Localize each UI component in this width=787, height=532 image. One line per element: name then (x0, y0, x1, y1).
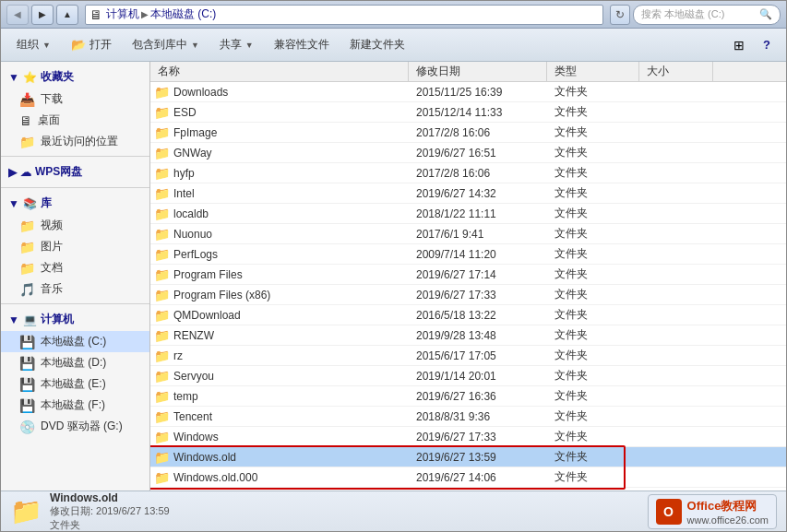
table-row[interactable]: 📁 rz 2015/6/17 17:05 文件夹 (150, 346, 786, 366)
table-row[interactable]: 📁 GNWay 2019/6/27 16:51 文件夹 (150, 143, 786, 163)
table-row[interactable]: 📁 Program Files (x86) 2019/6/27 17:33 文件… (150, 285, 786, 305)
forward-button[interactable]: ▶ (31, 5, 54, 25)
file-date-cell: 2019/9/28 13:48 (409, 329, 547, 342)
table-row[interactable]: 📁 Windows.old.000 2019/6/27 14:06 文件夹 (150, 467, 786, 488)
view-toggle-button[interactable]: ⊞ (727, 33, 751, 57)
sidebar-divider-1 (1, 156, 149, 157)
sidebar-item-drive-c[interactable]: 💾 本地磁盘 (C:) (1, 331, 149, 352)
file-name-cell: 📁 Windows (150, 430, 409, 444)
drive-icon-d: 💾 (19, 356, 35, 371)
music-label: 音乐 (41, 281, 63, 297)
col-header-type[interactable]: 类型 (547, 62, 639, 81)
folder-icon-sm: 📁 (154, 349, 170, 363)
sidebar-divider-2 (1, 187, 149, 188)
address-bar[interactable]: 🖥 计算机 ▶ 本地磁盘 (C:) (85, 5, 603, 25)
file-name: RENZW (173, 329, 214, 342)
file-area: 名称 修改日期 类型 大小 📁 Downloads 2015/11/25 16:… (150, 62, 786, 491)
file-date-cell: 2019/6/27 17:33 (409, 431, 547, 443)
table-row[interactable]: 📁 localdb 2018/1/22 11:11 文件夹 (150, 204, 786, 224)
include-library-label: 包含到库中 (132, 37, 187, 53)
organize-button[interactable]: 组织 ▼ (8, 32, 59, 58)
table-row[interactable]: 📁 Nuonuo 2017/6/1 9:41 文件夹 (150, 224, 786, 244)
search-icon: 🔍 (759, 8, 772, 20)
file-name-cell: 📁 RENZW (150, 328, 409, 343)
sidebar-wps-header[interactable]: ▶ ☁ WPS网盘 (1, 160, 149, 183)
search-placeholder: 搜索 本地磁盘 (C:) (641, 7, 724, 21)
file-name: hyfp (173, 167, 195, 180)
file-type-cell: 文件夹 (547, 104, 639, 120)
sidebar-item-picture[interactable]: 📁 图片 (1, 236, 149, 257)
computer-label: 计算机 (41, 312, 74, 327)
sidebar-item-downloads[interactable]: 📥 下载 (1, 89, 149, 110)
open-button[interactable]: 📂 打开 (63, 32, 120, 58)
office-text-block: Office教程网 www.office26.com (687, 498, 769, 526)
office-badge[interactable]: O Office教程网 www.office26.com (648, 494, 777, 529)
refresh-button[interactable]: ↻ (610, 5, 630, 25)
doc-label: 文档 (41, 260, 63, 276)
col-header-size[interactable]: 大小 (639, 62, 713, 81)
share-button[interactable]: 共享 ▼ (211, 32, 262, 58)
include-library-button[interactable]: 包含到库中 ▼ (124, 32, 208, 58)
sidebar-favorites-header[interactable]: ▼ ⭐ 收藏夹 (1, 65, 149, 89)
col-header-date[interactable]: 修改日期 (409, 62, 547, 81)
table-row[interactable]: 📁 Intel 2019/6/27 14:32 文件夹 (150, 183, 786, 204)
path-computer[interactable]: 计算机 (106, 6, 139, 22)
file-name: Nuonuo (173, 228, 212, 241)
sidebar-item-drive-g[interactable]: 💿 DVD 驱动器 (G:) (1, 416, 149, 437)
sidebar-item-doc[interactable]: 📁 文档 (1, 257, 149, 278)
table-row[interactable]: 📁 Program Files 2019/6/27 17:14 文件夹 (150, 265, 786, 285)
file-list-scroll[interactable]: 名称 修改日期 类型 大小 📁 Downloads 2015/11/25 16:… (150, 62, 786, 491)
table-row[interactable]: 📁 Tencent 2018/8/31 9:36 文件夹 (150, 407, 786, 427)
table-row[interactable]: 📁 PerfLogs 2009/7/14 11:20 文件夹 (150, 244, 786, 265)
table-row[interactable]: 📁 Servyou 2019/1/14 20:01 文件夹 (150, 366, 786, 386)
col-header-name[interactable]: 名称 (150, 62, 409, 81)
file-name: Program Files (x86) (173, 289, 270, 301)
table-row[interactable]: 📁 RENZW 2019/9/28 13:48 文件夹 (150, 325, 786, 346)
sidebar-item-drive-e[interactable]: 💾 本地磁盘 (E:) (1, 373, 149, 395)
table-row[interactable]: 📁 Windows.old 2019/6/27 13:59 文件夹 (150, 447, 786, 467)
folder-icon-music: 🎵 (19, 282, 35, 297)
file-type-cell: 文件夹 (547, 145, 639, 160)
table-row[interactable]: 📁 FpImage 2017/2/8 16:06 文件夹 (150, 123, 786, 143)
file-date-cell: 2017/2/8 16:06 (409, 167, 547, 180)
sidebar-item-drive-f[interactable]: 💾 本地磁盘 (F:) (1, 395, 149, 416)
sidebar-item-music[interactable]: 🎵 音乐 (1, 278, 149, 300)
file-date-cell: 2019/6/27 16:36 (409, 390, 547, 403)
share-label: 共享 (220, 37, 242, 53)
sidebar-item-desktop[interactable]: 🖥 桌面 (1, 110, 149, 131)
file-type-cell: 文件夹 (547, 206, 639, 221)
include-arrow: ▼ (191, 41, 199, 50)
back-button[interactable]: ◀ (6, 5, 29, 25)
file-type-cell: 文件夹 (547, 165, 639, 181)
search-bar[interactable]: 搜索 本地磁盘 (C:) 🔍 (633, 5, 781, 25)
sidebar-item-video[interactable]: 📁 视频 (1, 215, 149, 236)
table-row[interactable]: 📁 hyfp 2017/2/8 16:06 文件夹 (150, 163, 786, 183)
table-row[interactable]: 📁 QMDownload 2016/5/18 13:22 文件夹 (150, 305, 786, 325)
file-date-cell: 2015/6/17 17:05 (409, 349, 547, 362)
table-row[interactable]: 📁 Downloads 2015/11/25 16:39 文件夹 (150, 82, 786, 102)
new-folder-button[interactable]: 新建文件夹 (341, 32, 413, 58)
folder-icon-sm: 📁 (154, 146, 170, 160)
up-button[interactable]: ▲ (56, 5, 78, 25)
compat-button[interactable]: 兼容性文件 (266, 32, 338, 58)
sidebar-section-computer: ▼ 💻 计算机 💾 本地磁盘 (C:) 💾 本地磁盘 (D:) 💾 本地磁盘 (… (1, 308, 149, 437)
status-name: Windows.old (50, 491, 118, 504)
sidebar-item-drive-d[interactable]: 💾 本地磁盘 (D:) (1, 352, 149, 373)
status-type: 文件夹 (50, 518, 170, 532)
arrow-icon-lib: ▼ (8, 197, 19, 210)
table-row[interactable]: 📁 Windows 2019/6/27 17:33 文件夹 (150, 427, 786, 447)
path-drive-c[interactable]: 本地磁盘 (C:) (150, 6, 216, 22)
file-rows-container: 📁 Downloads 2015/11/25 16:39 文件夹 📁 ESD 2… (150, 82, 786, 488)
file-type-cell: 文件夹 (547, 449, 639, 465)
folder-icon-sm: 📁 (154, 166, 170, 181)
sidebar-item-recent[interactable]: 📁 最近访问的位置 (1, 131, 149, 152)
file-name-cell: 📁 Windows.old.000 (150, 470, 409, 485)
file-date-cell: 2018/8/31 9:36 (409, 410, 547, 423)
sidebar-computer-header[interactable]: ▼ 💻 计算机 (1, 308, 149, 331)
sidebar-library-header[interactable]: ▼ 📚 库 (1, 192, 149, 215)
toolbar: 组织 ▼ 📂 打开 包含到库中 ▼ 共享 ▼ 兼容性文件 新建文件夹 ⊞ ? (1, 29, 786, 62)
help-button[interactable]: ? (755, 33, 779, 57)
main-content: ▼ ⭐ 收藏夹 📥 下载 🖥 桌面 📁 最近访问的位置 (1, 62, 786, 491)
table-row[interactable]: 📁 temp 2019/6/27 16:36 文件夹 (150, 386, 786, 407)
table-row[interactable]: 📁 ESD 2015/12/14 11:33 文件夹 (150, 102, 786, 123)
